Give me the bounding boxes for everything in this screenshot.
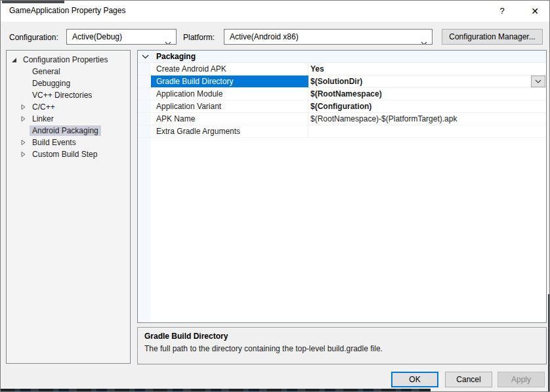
expander-icon[interactable]: [19, 150, 27, 158]
grid-rows: Create Android APK Yes Gradle Build Dire…: [138, 63, 546, 138]
platform-value: Active(Android x86): [230, 32, 299, 41]
grid-row-extra-gradle-arguments[interactable]: Extra Gradle Arguments: [138, 125, 546, 138]
tree-item-label: Linker: [30, 114, 56, 124]
close-button[interactable]: ✕: [520, 1, 549, 22]
property-name[interactable]: Gradle Build Directory: [151, 76, 308, 87]
help-icon: ?: [499, 6, 504, 16]
grid-row-application-module[interactable]: Application Module $(RootNamespace): [138, 88, 546, 100]
close-icon: ✕: [531, 6, 539, 16]
property-name[interactable]: Extra Gradle Arguments: [151, 125, 308, 137]
configuration-dropdown[interactable]: Active(Debug): [66, 29, 177, 45]
property-name[interactable]: Application Variant: [151, 100, 308, 112]
tree-item-general[interactable]: General: [7, 66, 130, 77]
property-value[interactable]: $(RootNamespace): [308, 88, 546, 100]
platform-label: Platform:: [183, 33, 215, 42]
description-panel: Gradle Build Directory The full path to …: [137, 327, 547, 364]
background-window-artifact: [548, 294, 549, 392]
window-title: GameApplication Property Pages: [9, 6, 125, 15]
tree-item-configuration-properties[interactable]: Configuration Properties: [7, 54, 130, 66]
help-button[interactable]: ?: [489, 1, 515, 22]
description-title: Gradle Build Directory: [144, 332, 539, 341]
titlebar: GameApplication Property Pages ? ✕: [1, 1, 549, 22]
value-dropdown-button[interactable]: [531, 76, 545, 87]
configuration-value: Active(Debug): [72, 32, 122, 41]
tree-item-c-c[interactable]: C/C++: [7, 101, 130, 113]
property-pages-dialog: GameApplication Property Pages ? ✕ Confi…: [0, 0, 550, 392]
tree-item-label: Debugging: [30, 78, 73, 89]
tree-item-build-events[interactable]: Build Events: [7, 137, 130, 148]
property-value[interactable]: $(RootNamespace)-$(PlatformTarget).apk: [308, 113, 546, 125]
tree-item-label: General: [30, 66, 63, 77]
property-name[interactable]: Application Module: [151, 88, 308, 100]
grid-row-create-android-apk[interactable]: Create Android APK Yes: [138, 63, 546, 76]
expander-icon: [19, 68, 27, 76]
background-window-artifact: [1, 389, 431, 391]
platform-dropdown[interactable]: Active(Android x86): [224, 29, 433, 45]
grid-row-application-variant[interactable]: Application Variant $(Configuration): [138, 100, 546, 113]
tree-item-label: Build Events: [30, 137, 79, 148]
property-value-text: $(Configuration): [310, 102, 371, 111]
cancel-button[interactable]: Cancel: [445, 372, 492, 387]
expander-icon[interactable]: [19, 103, 27, 111]
tree-item-android-packaging[interactable]: Android Packaging: [7, 125, 130, 137]
expander-icon[interactable]: [19, 139, 27, 146]
property-name[interactable]: Create Android APK: [151, 63, 308, 75]
property-name[interactable]: APK Name: [151, 113, 308, 125]
configuration-label: Configuration:: [9, 33, 58, 42]
apply-button[interactable]: Apply: [497, 372, 545, 387]
tree-item-label: VC++ Directories: [30, 90, 95, 100]
expander-icon: [19, 127, 27, 135]
property-value[interactable]: $(SolutionDir): [308, 76, 546, 87]
expander-icon: [19, 79, 27, 87]
property-value-text: Yes: [310, 64, 324, 74]
chevron-down-icon: [535, 79, 541, 83]
property-value-text: $(RootNamespace): [310, 89, 382, 98]
property-value[interactable]: $(Configuration): [308, 100, 546, 112]
ok-button[interactable]: OK: [391, 372, 438, 387]
property-grid: Packaging Create Android APK Yes Gradle …: [137, 50, 547, 323]
property-value[interactable]: [308, 125, 546, 137]
expander-icon: [19, 91, 27, 99]
tree-item-label: Configuration Properties: [20, 54, 110, 65]
tree-item-label: Android Packaging: [30, 125, 101, 136]
tree-item-linker[interactable]: Linker: [7, 113, 130, 125]
background-window-artifact: [2, 1, 64, 3]
chevron-down-icon: [421, 35, 427, 39]
description-text: The full path to the directory containin…: [144, 344, 539, 353]
property-value-text: $(RootNamespace)-$(PlatformTarget).apk: [310, 114, 457, 123]
tree-item-label: Custom Build Step: [30, 149, 100, 160]
group-header-packaging[interactable]: Packaging: [138, 51, 546, 63]
tree-item-label: C/C++: [30, 102, 58, 112]
group-label: Packaging: [156, 52, 196, 61]
configuration-manager-button[interactable]: Configuration Manager...: [442, 29, 543, 45]
tree-item-custom-build-step[interactable]: Custom Build Step: [7, 148, 130, 160]
chevron-down-icon: [165, 35, 171, 39]
configuration-tree: Configuration Properties General Debuggi…: [6, 50, 131, 364]
grid-row-apk-name[interactable]: APK Name $(RootNamespace)-$(PlatformTarg…: [138, 113, 546, 125]
tree-item-vc-directories[interactable]: VC++ Directories: [7, 89, 130, 101]
property-value[interactable]: Yes: [308, 63, 546, 75]
tree-item-debugging[interactable]: Debugging: [7, 77, 130, 89]
expander-icon[interactable]: [19, 115, 27, 123]
grid-row-gradle-build-directory[interactable]: Gradle Build Directory $(SolutionDir): [138, 76, 546, 88]
property-value-text: $(SolutionDir): [310, 77, 362, 86]
expander-icon[interactable]: [10, 56, 18, 64]
chevron-down-icon: [142, 53, 150, 60]
